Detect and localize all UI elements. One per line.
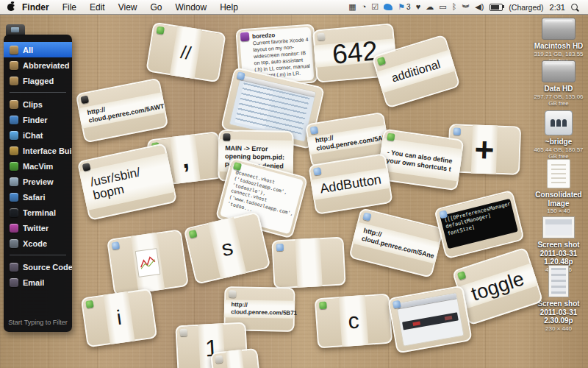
menu-bar-clock[interactable]: 2:31 — [550, 3, 565, 12]
status-heart-icon[interactable]: ♥ — [416, 3, 421, 11]
sidebar-item-label: Flagged — [23, 77, 54, 85]
source-code-icon — [10, 263, 18, 272]
status-twitter-bird-icon[interactable] — [384, 4, 392, 10]
clipboard-icon — [10, 61, 18, 70]
sidebar-item-label: Terminal — [23, 208, 56, 217]
sidebar-divider — [10, 255, 66, 255]
menu-bar: FinderFileEditViewGoWindowHelp ▦◔☑⚑3♥☁▭ᛒ… — [0, 0, 588, 15]
card-text: - You can also define your own shortcuts… — [379, 138, 462, 184]
status-cloud-icon[interactable]: ☁ — [426, 3, 434, 11]
gray-app-badge-icon — [229, 290, 236, 297]
purple-app-badge-icon — [240, 32, 250, 42]
interface-builder-icon — [10, 146, 18, 155]
terminal-icon — [10, 208, 18, 217]
menu-edit[interactable]: Edit — [90, 2, 105, 13]
status-timer-icon[interactable]: ◔ — [362, 3, 367, 11]
status-tasks-check-icon[interactable]: ☑ — [371, 3, 379, 11]
menu-go[interactable]: Go — [151, 2, 162, 13]
status-wifi-icon[interactable]: ((( — [462, 3, 469, 11]
battery-icon[interactable] — [490, 4, 503, 11]
green-app-badge-icon — [387, 132, 395, 141]
clipping-card-doc-chart[interactable] — [107, 229, 189, 296]
sidebar-item-finder[interactable]: Finder — [4, 112, 72, 127]
menu-view[interactable]: View — [118, 2, 137, 13]
blue-app-badge-icon — [310, 126, 318, 134]
dark-app-badge-icon — [80, 96, 89, 105]
status-bluetooth-icon[interactable]: ᛒ — [452, 3, 457, 11]
clipping-card-letter-c[interactable]: c — [315, 294, 392, 349]
sidebar-item-safari[interactable]: Safari — [4, 189, 72, 205]
terminal-content: [[[DPreferencesManager defaultManager] f… — [440, 199, 518, 250]
clipping-card-blank-card[interactable] — [271, 236, 345, 289]
status-flag-icon[interactable]: ⚑ — [398, 3, 405, 11]
sidebar-item-interface-bui[interactable]: Interface Bui... — [4, 143, 72, 158]
sidebar-item-ichat[interactable]: iChat — [4, 127, 72, 143]
menu-help[interactable]: Help — [220, 2, 238, 13]
gray-app-badge-icon — [215, 355, 223, 364]
card-text: AddButton — [310, 155, 392, 213]
email-icon — [10, 278, 18, 287]
blue-app-badge-icon — [276, 244, 284, 252]
apple-menu-icon[interactable] — [7, 4, 15, 11]
macvim-icon — [10, 162, 18, 171]
clippings-sidebar: AllAbbreviatedFlaggedClipsFinderiChatInt… — [4, 35, 72, 332]
card-text: /usr/sbin/ bopm — [79, 145, 176, 219]
menu-file[interactable]: File — [62, 2, 76, 13]
clipping-card-slashes[interactable]: // — [146, 22, 226, 83]
status-volume-icon[interactable]: ◀) — [475, 3, 484, 11]
clipping-card-shot-web[interactable] — [387, 286, 473, 354]
sidebar-item-label: Abbreviated — [23, 61, 70, 70]
sidebar-divider — [10, 92, 66, 93]
card-text: i — [82, 290, 156, 346]
sidebar-item-label: Safari — [23, 193, 46, 202]
sidebar-item-label: MacVim — [23, 162, 53, 171]
drawer-pull-tab[interactable] — [6, 24, 25, 35]
gray-app-badge-icon — [317, 33, 325, 41]
sidebar-item-abbreviated[interactable]: Abbreviated — [4, 57, 72, 73]
sidebar-item-label: All — [23, 46, 33, 54]
blue-app-badge-icon — [453, 128, 461, 135]
finder-icon — [10, 116, 18, 124]
menu-finder[interactable]: Finder — [22, 2, 49, 13]
dark-app-badge-icon — [223, 133, 230, 141]
document-thumbnail — [135, 248, 161, 277]
status-icons: ▦◔☑⚑3♥☁▭ᛒ(((◀) — [348, 3, 484, 11]
clipboard-icon — [10, 100, 18, 109]
card-stripe — [295, 238, 322, 288]
status-spaces-grid-icon[interactable]: ▦ — [348, 3, 356, 11]
sidebar-item-terminal[interactable]: Terminal — [4, 205, 72, 220]
sidebar-item-label: Finder — [23, 116, 48, 124]
sidebar-item-label: Email — [23, 278, 44, 287]
green-app-badge-icon — [319, 302, 327, 310]
webpage-thumbnail — [395, 292, 464, 347]
clipping-card-url-5ane[interactable]: http:// cloud.penree.com/5Ane — [348, 208, 443, 278]
gray-app-badge-icon — [180, 329, 188, 337]
desktop: AllAbbreviatedFlaggedClipsFinderiChatInt… — [0, 0, 588, 368]
spotlight-icon[interactable] — [571, 4, 578, 10]
card-stripe — [226, 350, 245, 368]
status-flag-count: 3 — [406, 3, 411, 11]
clipping-card-bopm[interactable]: /usr/sbin/ bopm — [77, 143, 177, 221]
menu-window[interactable]: Window — [176, 2, 207, 13]
sidebar-item-macvim[interactable]: MacVim — [4, 158, 72, 174]
clipping-card-letter-s[interactable]: s — [184, 211, 271, 284]
sidebar-item-source-code[interactable]: Source Code — [4, 259, 72, 275]
sidebar-item-preview[interactable]: Preview — [4, 174, 72, 189]
clipping-card-url-5awt[interactable]: http:// cloud.penree.com/5AWT — [76, 78, 169, 144]
clipping-card-code-black[interactable]: [[[DPreferencesManager defaultManager] f… — [434, 190, 525, 260]
sidebar-item-email[interactable]: Email — [4, 275, 72, 290]
app-menus: FinderFileEditViewGoWindowHelp — [22, 2, 238, 13]
sidebar-item-flagged[interactable]: Flagged — [4, 73, 72, 88]
green-app-badge-icon — [85, 300, 93, 308]
sidebar-item-label: Source Code — [23, 263, 72, 272]
sidebar-item-all[interactable]: All — [4, 42, 72, 57]
clipping-card-letter-i[interactable]: i — [81, 289, 158, 348]
sidebar-item-xcode[interactable]: Xcode — [4, 236, 72, 251]
clipboard-icon — [10, 46, 18, 54]
sidebar-item-clips[interactable]: Clips — [4, 96, 72, 112]
preview-icon — [10, 177, 18, 186]
sidebar-item-label: Xcode — [23, 239, 47, 248]
status-display-icon[interactable]: ▭ — [439, 3, 446, 11]
clipping-card-shortcuts[interactable]: - You can also define your own shortcuts… — [377, 129, 465, 191]
sidebar-item-twitter[interactable]: Twitter — [4, 220, 72, 236]
